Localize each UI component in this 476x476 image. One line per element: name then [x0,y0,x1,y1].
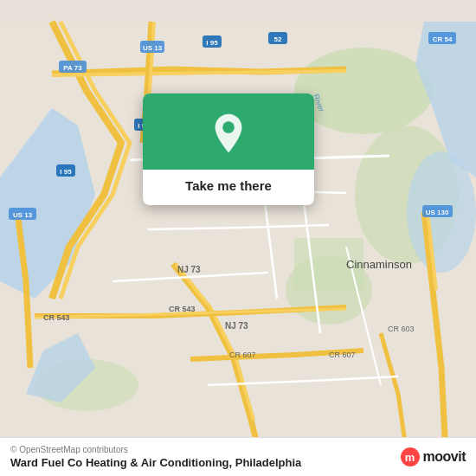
moovit-icon: m [401,447,420,466]
svg-text:CR 543: CR 543 [169,305,196,313]
svg-text:US 13: US 13 [143,44,163,52]
svg-text:52: 52 [274,35,282,43]
bottom-left: © OpenStreetMap contributors Ward Fuel C… [10,445,301,469]
svg-text:CR 607: CR 607 [229,351,256,359]
svg-text:US 130: US 130 [426,209,449,216]
map-background: PA 73 US 13 I 95 I 95 US 13 I 95 52 CR 5… [0,0,476,476]
svg-text:Cinnaminson: Cinnaminson [346,258,412,271]
svg-text:CR 607: CR 607 [329,351,356,359]
bottom-bar: © OpenStreetMap contributors Ward Fuel C… [0,437,476,476]
svg-point-37 [222,121,235,133]
place-name: Ward Fuel Co Heating & Air Conditioning,… [10,456,301,469]
svg-text:I 95: I 95 [206,39,218,47]
svg-text:US 13: US 13 [13,211,33,219]
svg-text:CR 543: CR 543 [43,313,70,322]
map-attribution: © OpenStreetMap contributors [10,445,301,454]
take-me-there-button[interactable]: Take me there [173,170,284,205]
map-container: PA 73 US 13 I 95 I 95 US 13 I 95 52 CR 5… [0,0,476,476]
svg-point-1 [294,48,433,134]
svg-text:PA 73: PA 73 [63,64,82,72]
popup-card[interactable]: Take me there [143,93,314,205]
popup-header [143,93,314,170]
location-pin-icon [208,113,249,154]
moovit-logo: m moovit [401,447,466,466]
moovit-text: moovit [423,449,466,465]
svg-text:NJ 73: NJ 73 [225,321,248,331]
svg-text:CR 54: CR 54 [433,35,453,43]
svg-text:I 95: I 95 [60,168,72,176]
svg-text:NJ 73: NJ 73 [177,265,201,274]
svg-text:CR 603: CR 603 [388,325,415,333]
